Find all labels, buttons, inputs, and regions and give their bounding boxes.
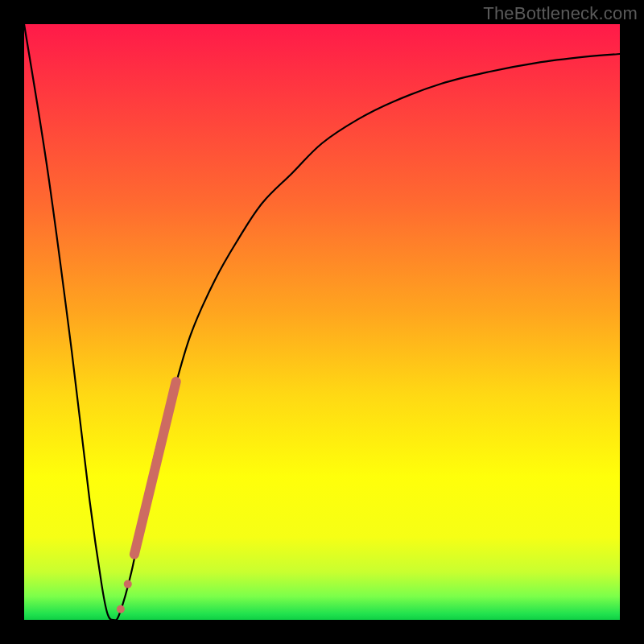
highlight-segment (134, 382, 176, 555)
plot-area (24, 24, 620, 620)
watermark-text: TheBottleneck.com (483, 3, 638, 24)
curve-svg (24, 24, 620, 620)
highlight-dot (117, 605, 125, 613)
highlight-dot (124, 580, 132, 588)
bottleneck-curve (24, 24, 620, 620)
chart-frame: TheBottleneck.com (0, 0, 644, 644)
